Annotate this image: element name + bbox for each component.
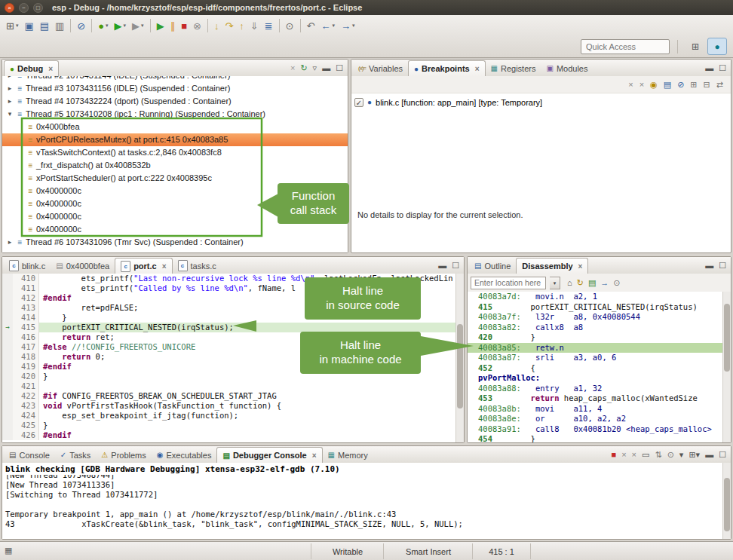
step-into-icon[interactable]: ↓ — [212, 17, 222, 34]
code-line[interactable]: 423void vPortFirstTaskHook(TaskFunction_… — [2, 401, 456, 411]
code-line[interactable]: 419#endif — [2, 362, 456, 372]
workbench-trim-icon[interactable]: ▦ — [5, 546, 12, 555]
dropdown-arrow-icon[interactable]: ▾ — [16, 23, 19, 29]
breakpoint-checkbox[interactable]: ✓ — [354, 98, 363, 107]
dropdown-arrow-icon[interactable]: ▾ — [352, 23, 355, 29]
minimize-icon[interactable]: ▬ — [705, 63, 713, 72]
step-over-icon[interactable]: ↷ — [222, 17, 235, 34]
dropdown-arrow-icon[interactable]: ▾ — [332, 23, 335, 29]
code-line[interactable]: 414 } — [2, 313, 456, 323]
home-icon[interactable]: ⌂ — [567, 278, 572, 288]
disassembly-line[interactable]: 40083a87: srli a3, a0, 6 — [478, 353, 723, 363]
debug-thread-row[interactable]: ▸≡Thread #6 1073431096 (Tmr Svc) (Suspen… — [2, 236, 348, 249]
disassembly-line[interactable]: 453 return heap_caps_malloc(xWantedSize — [478, 393, 723, 404]
remove-all-launches-icon[interactable]: × — [632, 450, 636, 459]
go-to-file-icon[interactable]: ▤ — [664, 80, 671, 90]
code-line[interactable]: 410 ets_printf("Last non-recursive lock … — [2, 274, 456, 283]
restart-icon[interactable]: ↻ — [300, 63, 307, 73]
disassembly-line[interactable]: 40083a82: callx8 a8 — [478, 323, 723, 333]
debug-frame-row[interactable]: ≡0x4000000c — [2, 223, 348, 236]
code-line[interactable]: 412#endif — [2, 293, 456, 303]
console-content[interactable]: blink checking [GDB Hardware Debugging] … — [2, 463, 723, 539]
last-edit-location-icon[interactable]: ↶ — [305, 17, 317, 34]
minimize-icon[interactable]: ▬ — [438, 261, 446, 270]
debug-frame-row[interactable]: ≡0x4000000c — [2, 197, 348, 210]
disassembly-line[interactable]: 415 portEXIT_CRITICAL_NESTED(irqStatus) — [478, 302, 723, 313]
save-all-icon[interactable]: ▤ — [38, 17, 51, 34]
code-line[interactable]: 420} — [2, 372, 456, 381]
code-line[interactable]: 418 return 0; — [2, 352, 456, 362]
debug-thread-row[interactable]: ▾≡Thread #5 1073410208 (ipc1 : Running) … — [2, 108, 348, 121]
terminate-icon[interactable]: ■ — [611, 450, 616, 459]
remove-all-breakpoints-icon[interactable]: × — [639, 80, 644, 89]
maximize-button[interactable]: □ — [33, 3, 43, 13]
debug-thread-row[interactable]: ▸≡Thread #3 1073431156 (IDLE) (Suspended… — [2, 82, 348, 95]
debug-frame-row[interactable]: ≡0x4000000c — [2, 210, 348, 223]
save-icon[interactable]: ▣ — [22, 17, 35, 34]
expander-icon[interactable]: ▸ — [5, 236, 14, 249]
dropdown-arrow-icon[interactable]: ▾ — [696, 450, 701, 459]
tab-variables[interactable]: (x)=Variables — [353, 60, 408, 76]
disassembly-line[interactable]: 40083a8b: movi a11, 4 — [478, 404, 723, 415]
expander-icon[interactable]: ▸ — [5, 95, 14, 108]
debug-thread-row[interactable]: ▸≡Thread #4 1073432224 (dport) (Suspende… — [2, 95, 348, 108]
show-source-icon[interactable]: ▤ — [588, 278, 596, 288]
editor-scrollbar[interactable] — [455, 274, 464, 442]
tab-tasks[interactable]: ✓Tasks — [55, 447, 97, 463]
disassembly-line[interactable]: 40083a7d: movi.n a2, 1 — [478, 292, 723, 302]
code-line[interactable]: 425} — [2, 421, 456, 430]
debug-frame-row[interactable]: ≡0x4000000c — [2, 185, 348, 197]
debug-frame-row[interactable]: ≡xPortStartScheduler() at port.c:222 0x4… — [2, 172, 348, 185]
disassembly-line[interactable]: 40083a8e: or a10, a2, a2 — [478, 414, 723, 424]
location-dropdown-icon[interactable]: ▾ — [550, 277, 560, 289]
view-menu-icon[interactable]: ▿ — [313, 63, 317, 73]
maximize-icon[interactable]: ☐ — [719, 261, 726, 271]
new-icon[interactable]: ⊞▾ — [4, 17, 20, 34]
drop-to-frame-icon[interactable]: ⇓ — [248, 17, 261, 34]
collapse-all-icon[interactable]: ⊟ — [704, 80, 710, 90]
open-console-icon[interactable]: ⊞▾ — [689, 450, 700, 460]
close-tab-icon[interactable]: × — [475, 65, 480, 73]
close-tab-icon[interactable]: × — [162, 262, 167, 271]
minimize-icon[interactable]: ▬ — [705, 450, 713, 459]
code-line[interactable]: 416 return ret; — [2, 332, 456, 342]
search-icon[interactable]: ⊙ — [284, 17, 296, 34]
open-perspective-icon[interactable]: ⊞ — [685, 38, 705, 55]
print-icon[interactable]: ▥ — [53, 17, 66, 34]
pin-console-icon[interactable]: ⊙ — [667, 450, 674, 460]
close-button[interactable]: × — [5, 3, 14, 13]
tab-breakpoints[interactable]: ●Breakpoints× — [408, 60, 485, 76]
debug-perspective-icon[interactable]: ● — [707, 38, 727, 55]
close-tab-icon[interactable]: × — [48, 65, 53, 73]
tab-executables[interactable]: ◉Executables — [152, 447, 217, 463]
code-line[interactable]: 424 esp_set_breakpoint_if_jtag(function)… — [2, 411, 456, 421]
clear-console-icon[interactable]: ▭ — [642, 450, 649, 460]
dropdown-arrow-icon[interactable]: ▾ — [124, 23, 127, 29]
debug-frame-row[interactable]: ≡vTaskSwitchContext() at tasks.c:2,846 0… — [2, 146, 348, 159]
refresh-icon[interactable]: ↻ — [577, 278, 584, 288]
debug-icon[interactable]: ●▾ — [96, 17, 110, 34]
scrollbar-thumb[interactable] — [457, 324, 463, 409]
code-line[interactable]: 422#if CONFIG_FREERTOS_BREAK_ON_SCHEDULE… — [2, 391, 456, 401]
expander-icon[interactable]: ▸ — [5, 82, 14, 95]
disconnect-icon[interactable]: ⊗ — [191, 17, 204, 34]
maximize-icon[interactable]: ☐ — [719, 63, 726, 73]
tab-disassembly[interactable]: Disassembly× — [516, 258, 588, 274]
tab-modules[interactable]: ▣Modules — [541, 60, 593, 76]
resume-icon[interactable]: ▶ — [155, 17, 167, 34]
tab-problems[interactable]: ⚠Problems — [96, 447, 151, 463]
tab-tasks-c[interactable]: ctasks.c — [173, 258, 222, 274]
link-with-debug-icon[interactable]: ⇄ — [716, 80, 723, 90]
scroll-lock-icon[interactable]: ⇅ — [655, 450, 661, 460]
tab-debugger-console[interactable]: ▤Debugger Console× — [216, 447, 322, 463]
disassembly-scrollbar[interactable] — [722, 292, 731, 442]
display-selected-console-icon[interactable]: ▾ — [679, 450, 684, 460]
breakpoint-row[interactable]: ✓●blink.c [function: app_main] [type: Te… — [354, 96, 731, 109]
expander-icon[interactable]: ▸ — [5, 76, 14, 82]
disassembly-line[interactable]: 40083a88: entry a1, 32 — [478, 384, 723, 394]
tab-port-c[interactable]: cport.c× — [115, 258, 172, 274]
minimize-icon[interactable]: ▬ — [322, 63, 330, 72]
scrollbar-thumb[interactable] — [724, 478, 730, 531]
code-line[interactable]: →415 portEXIT_CRITICAL_NESTED(irqStatus)… — [2, 323, 456, 332]
remove-launch-icon[interactable]: × — [621, 450, 626, 459]
